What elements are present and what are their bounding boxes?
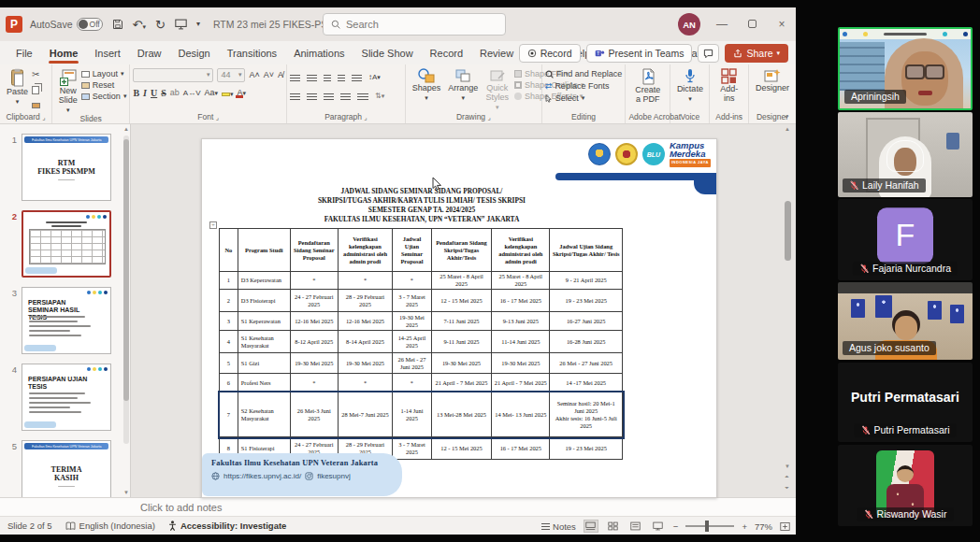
table-cell[interactable]: *	[393, 272, 431, 290]
table-cell[interactable]: 9-13 Juni 2025	[492, 312, 550, 331]
participant-tile[interactable]: Agus joko susanto	[838, 282, 973, 360]
table-cell[interactable]: 13 Mei-28 Mei 2025	[431, 392, 492, 437]
table-cell[interactable]: 16 - 17 Mei 2025	[492, 290, 550, 312]
normal-view-button[interactable]	[584, 520, 598, 533]
scroll-up-icon[interactable]: ▲	[785, 126, 790, 132]
share-button[interactable]: Share ▾	[725, 44, 788, 63]
justify-icon[interactable]	[340, 92, 351, 100]
italic-button[interactable]: I	[143, 88, 147, 98]
slide-indicator[interactable]: Slide 2 of 5	[7, 521, 52, 531]
table-row[interactable]: 7S2 Kesehatan Masyarakat26 Mei-3 Juni 20…	[220, 392, 623, 437]
font-size-combobox[interactable]: 44▾	[217, 68, 245, 82]
tab-animations[interactable]: Animations	[285, 44, 353, 64]
powerpoint-app-icon[interactable]: P	[6, 16, 22, 33]
table-cell[interactable]: 9-11 Juni 2025	[431, 331, 492, 353]
table-cell[interactable]: 5	[220, 353, 238, 374]
slide-title[interactable]: JADWAL SIDANG SEMINAR SIDANG PROPOSAL/SK…	[202, 187, 641, 224]
table-cell[interactable]: 21 April - 7 Mei 2025	[492, 374, 550, 392]
table-cell[interactable]: 25 Maret - 8 April 2025	[431, 272, 492, 290]
table-cell[interactable]: *	[290, 272, 338, 290]
accessibility-status[interactable]: Accessibility: Investigate	[168, 521, 287, 531]
table-row[interactable]: 3S1 Keperawatan12-16 Mei 202512-16 Mei 2…	[220, 312, 623, 331]
zoom-in-button[interactable]: +	[742, 521, 747, 532]
table-move-handle[interactable]: +	[209, 221, 217, 229]
customize-qat-icon[interactable]: ▾	[196, 21, 200, 28]
zoom-slider-thumb[interactable]	[705, 521, 709, 532]
table-cell[interactable]: Seminar hasil: 20 Mei-1 Juni 2025 Akhir …	[550, 392, 623, 437]
next-slide-icon[interactable]: ⏷	[785, 485, 789, 492]
table-cell[interactable]: 26 Mei - 27 Juni 2025	[393, 353, 431, 374]
table-header-cell[interactable]: Verifikasi kelengkapan administrasi oleh…	[338, 229, 393, 272]
table-cell[interactable]: 19-30 Mei 2025	[431, 353, 492, 374]
tab-insert[interactable]: Insert	[86, 44, 129, 64]
replace-fonts-button[interactable]: ⇄ Replace Fonts	[545, 81, 610, 91]
participant-tile[interactable]: Riswandy Wasir	[838, 445, 973, 526]
underline-button[interactable]: U	[151, 88, 157, 98]
paste-button[interactable]: Paste ▾	[3, 67, 32, 107]
table-cell[interactable]: 11-14 Juni 2025	[492, 331, 550, 353]
table-cell[interactable]: 12-16 Mei 2025	[338, 312, 393, 331]
collapse-ribbon-icon[interactable]: ⌄	[783, 110, 790, 120]
dictate-button[interactable]: Dictate ▾	[673, 67, 707, 104]
bold-button[interactable]: B	[133, 88, 139, 98]
participant-tile[interactable]: Apriningsih	[838, 27, 973, 110]
table-cell[interactable]: 3	[220, 312, 238, 331]
slide-sorter-view-button[interactable]	[606, 520, 621, 533]
reading-view-button[interactable]	[628, 520, 643, 533]
notes-toggle-button[interactable]: Notes	[541, 521, 576, 532]
table-header-cell[interactable]: Jadwal Ujian Sidang Skripsi/Tugas Akhir/…	[550, 229, 623, 272]
undo-icon[interactable]: ↶▾	[133, 19, 146, 31]
table-cell[interactable]: 21 April - 7 Mei 2025	[431, 374, 492, 392]
table-cell[interactable]: *	[338, 374, 393, 392]
table-cell[interactable]: *	[338, 272, 393, 290]
participant-tile[interactable]: FFajaria Nurcandra	[838, 199, 973, 280]
sort-direction-icon[interactable]: ↕A▾	[368, 73, 381, 81]
table-cell[interactable]: 2	[220, 290, 238, 312]
table-row[interactable]: 6Profesi Ners***21 April - 7 Mei 202521 …	[220, 374, 623, 392]
numbering-icon[interactable]	[307, 73, 317, 81]
table-cell[interactable]: D3 Fisioterapi	[238, 290, 290, 312]
slide-thumbnail-3[interactable]: PERSIAPAN SEMINAR HASIL TESIS	[22, 287, 111, 354]
decrease-font-size-icon[interactable]: A˅	[264, 70, 274, 79]
tab-slide-show[interactable]: Slide Show	[353, 44, 422, 64]
tab-record[interactable]: Record	[422, 44, 471, 64]
thumbs-scroll-down-icon[interactable]: ▼	[123, 490, 129, 495]
zoom-out-button[interactable]: −	[673, 521, 679, 532]
table-cell[interactable]: Profesi Ners	[238, 374, 290, 392]
close-button[interactable]: ×	[773, 18, 790, 31]
table-cell[interactable]: 28 - 29 Februari 2025	[338, 290, 393, 312]
font-dialog-launcher[interactable]: ⌟	[216, 114, 219, 121]
save-icon[interactable]	[112, 19, 123, 30]
table-header-cell[interactable]: Jadwal Ujian Seminar Proposal	[393, 229, 431, 272]
search-input[interactable]: Search	[323, 13, 506, 36]
scroll-down-icon[interactable]: ▼	[785, 464, 790, 469]
zoom-slider[interactable]	[685, 525, 734, 527]
slide-thumbnail-5[interactable]: Fakultas Ilmu Kesehatan UPN Veteran Jaka…	[22, 440, 111, 497]
table-cell[interactable]: *	[290, 374, 338, 392]
table-cell[interactable]: 26 Mei-3 Juni 2025	[290, 392, 338, 437]
participant-tile[interactable]: Laily Hanifah	[838, 112, 973, 197]
copy-icon[interactable]	[32, 81, 40, 98]
table-cell[interactable]: D3 Keperawatan	[238, 272, 290, 290]
cut-icon[interactable]: ✂	[32, 69, 40, 79]
comments-button[interactable]	[698, 44, 719, 63]
create-pdf-button[interactable]: Create a PDF	[631, 67, 664, 106]
increase-indent-icon[interactable]	[338, 73, 345, 81]
table-cell[interactable]: 3 - 7 Maret 2025	[393, 437, 431, 460]
table-cell[interactable]: 19 - 23 Mei 2025	[550, 437, 623, 460]
find-replace-button[interactable]: Find and Replace	[545, 69, 623, 78]
table-cell[interactable]: 6	[220, 374, 238, 392]
table-cell[interactable]: 7	[220, 392, 238, 437]
start-slideshow-icon[interactable]	[175, 19, 187, 30]
tab-design[interactable]: Design	[169, 44, 218, 64]
table-cell[interactable]: 8-12 April 2025	[290, 331, 338, 353]
notes-pane[interactable]: Click to add notes	[0, 497, 796, 516]
drawing-dialog-launcher[interactable]: ⌟	[487, 114, 490, 121]
columns-icon[interactable]	[357, 92, 368, 100]
autosave-toggle[interactable]: AutoSave Off	[30, 18, 103, 31]
tab-home[interactable]: Home	[41, 44, 87, 64]
minimize-button[interactable]: —	[713, 18, 730, 31]
table-cell[interactable]: 3 - 7 Maret 2025	[393, 290, 431, 312]
table-header-cell[interactable]: No	[220, 229, 238, 272]
table-cell[interactable]: 19 - 23 Mei 2025	[550, 290, 623, 312]
